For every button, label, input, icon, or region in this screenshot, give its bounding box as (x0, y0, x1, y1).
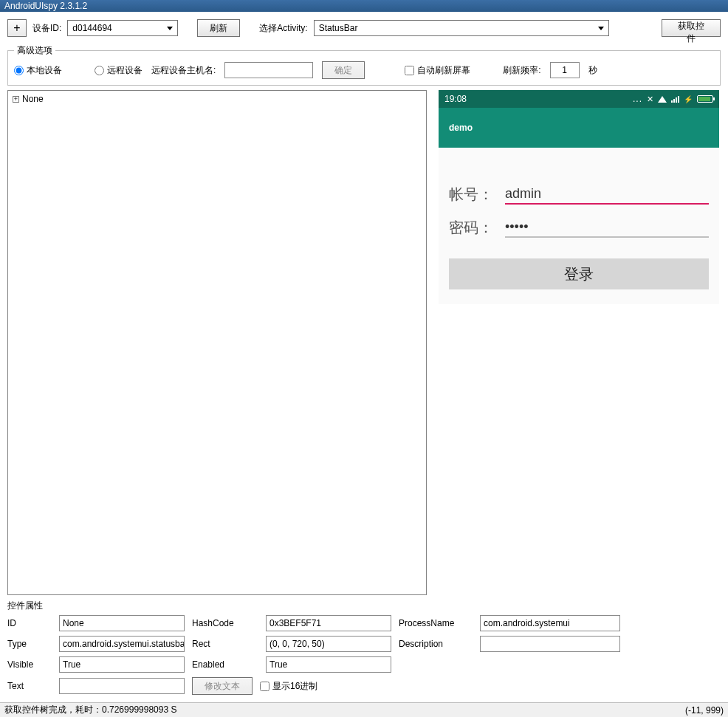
prop-hashcode-value[interactable]: 0x3BEF5F71 (266, 615, 391, 631)
auto-refresh-checkbox[interactable]: 自动刷新屏幕 (405, 64, 470, 77)
battery-icon (697, 95, 713, 103)
phone-app-title: demo (449, 123, 473, 133)
password-input[interactable]: ••••• (505, 219, 709, 238)
prop-enabled-label: Enabled (192, 659, 258, 670)
prop-visible-label: Visible (7, 659, 52, 670)
local-device-radio-input[interactable] (14, 66, 24, 75)
modify-text-button: 修改文本 (192, 677, 253, 695)
advanced-options-group: 高级选项 本地设备 远程设备 远程设备主机名: 确定 自动刷新屏幕 刷新频率: … (7, 44, 721, 86)
refresh-rate-input[interactable] (550, 62, 580, 78)
activity-combo[interactable]: StatusBar (314, 20, 609, 36)
phone-appbar: demo (439, 108, 719, 148)
phone-mock: 19:08 ... ✕ ⚡ demo 帐号： (439, 90, 719, 304)
more-icon: ... (633, 94, 642, 104)
account-label: 帐号： (449, 185, 505, 205)
password-label: 密码： (449, 218, 505, 238)
phone-time: 19:08 (444, 94, 467, 104)
device-id-value: d0144694 (72, 23, 111, 33)
vibrate-icon: ✕ (647, 95, 653, 104)
remote-device-radio-input[interactable] (95, 66, 104, 75)
prop-processname-value[interactable]: com.android.systemui (480, 615, 620, 631)
device-id-label: 设备ID: (32, 22, 61, 35)
prop-rect-label: Rect (192, 639, 258, 649)
charging-icon: ⚡ (684, 95, 693, 103)
prop-type-value[interactable]: com.android.systemui.statusbar (59, 636, 185, 652)
show-hex-checkbox-input[interactable] (260, 682, 269, 691)
remote-host-label: 远程设备主机名: (151, 64, 216, 77)
tree-root-label: None (22, 94, 44, 104)
status-bar: 获取控件树完成，耗时：0.726999998093 S (-11, 999) (0, 702, 728, 717)
properties-panel: 控件属性 ID None HashCode 0x3BEF5F71 Process… (7, 600, 721, 695)
prop-enabled-value[interactable]: True (266, 656, 391, 673)
tree-root-node[interactable]: + None (13, 94, 422, 104)
prop-processname-label: ProcessName (399, 618, 473, 628)
prop-text-label: Text (7, 681, 52, 691)
device-id-combo[interactable]: d0144694 (67, 20, 178, 36)
add-device-button[interactable]: + (7, 19, 27, 37)
prop-id-label: ID (7, 618, 52, 628)
account-input[interactable]: admin (505, 186, 709, 205)
window-titlebar: AndroidUIspy 2.3.1.2 (0, 0, 728, 12)
status-message: 获取控件树完成，耗时：0.726999998093 S (4, 704, 176, 716)
refresh-rate-label: 刷新频率: (503, 64, 540, 77)
login-button[interactable]: 登录 (449, 258, 709, 289)
show-hex-checkbox[interactable]: 显示16进制 (260, 680, 317, 693)
signal-icon (671, 96, 679, 103)
remote-device-label: 远程设备 (107, 64, 142, 77)
show-hex-label: 显示16进制 (272, 680, 317, 693)
local-device-radio[interactable]: 本地设备 (14, 64, 62, 77)
confirm-host-button: 确定 (322, 61, 365, 79)
auto-refresh-label: 自动刷新屏幕 (417, 64, 470, 77)
window-title: AndroidUIspy 2.3.1.2 (4, 1, 87, 11)
advanced-legend: 高级选项 (14, 44, 55, 57)
toolbar: + 设备ID: d0144694 刷新 选择Activity: StatusBa… (7, 16, 721, 40)
prop-hashcode-label: HashCode (192, 618, 258, 628)
prop-visible-value[interactable]: True (59, 656, 185, 673)
phone-statusbar: 19:08 ... ✕ ⚡ (439, 90, 719, 108)
properties-header: 控件属性 (7, 600, 721, 612)
wifi-icon (658, 96, 667, 103)
phone-content: 帐号： admin 密码： ••••• 登录 (439, 148, 719, 304)
refresh-button[interactable]: 刷新 (197, 19, 240, 37)
control-tree-panel[interactable]: + None (7, 90, 427, 595)
auto-refresh-checkbox-input[interactable] (405, 66, 414, 75)
prop-rect-value[interactable]: (0, 0, 720, 50) (266, 636, 391, 652)
seconds-label: 秒 (588, 64, 597, 77)
device-preview-panel: 19:08 ... ✕ ⚡ demo 帐号： (439, 90, 721, 595)
prop-id-value[interactable]: None (59, 615, 185, 631)
prop-description-value[interactable] (480, 636, 620, 652)
prop-description-label: Description (399, 639, 473, 649)
remote-host-input[interactable] (224, 62, 313, 78)
local-device-label: 本地设备 (27, 64, 62, 77)
tree-expander-icon[interactable]: + (13, 96, 19, 103)
prop-type-label: Type (7, 639, 52, 649)
status-coords: (-11, 999) (685, 705, 724, 716)
activity-value: StatusBar (319, 23, 358, 33)
remote-device-radio[interactable]: 远程设备 (95, 64, 142, 77)
prop-text-value[interactable] (59, 678, 185, 694)
fetch-controls-button[interactable]: 获取控件 (662, 19, 721, 37)
activity-label: 选择Activity: (259, 22, 307, 35)
